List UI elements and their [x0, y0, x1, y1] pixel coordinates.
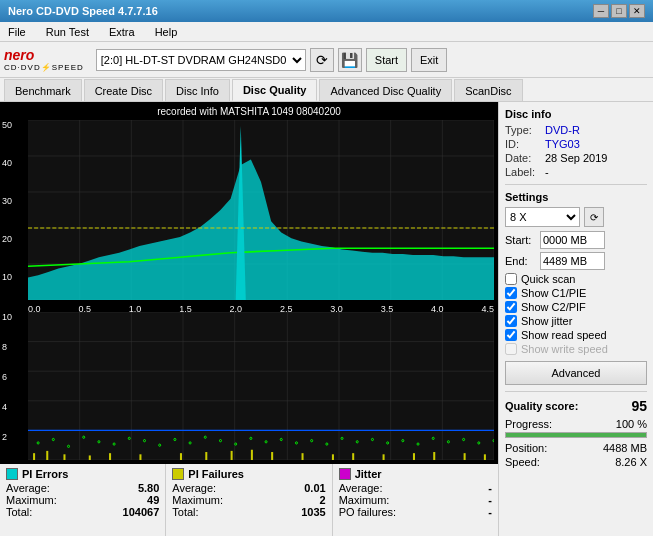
pi-failures-label: PI Failures	[188, 468, 244, 480]
start-button[interactable]: Start	[366, 48, 407, 72]
maximize-button[interactable]: □	[611, 4, 627, 18]
tab-disc-quality[interactable]: Disc Quality	[232, 79, 318, 101]
svg-rect-49	[383, 454, 385, 460]
svg-rect-53	[484, 454, 486, 460]
disc-label-value: -	[545, 166, 549, 178]
pi-errors-max-row: Maximum: 49	[6, 494, 159, 506]
pi-failures-color	[172, 468, 184, 480]
show-c1-row: Show C1/PIE	[505, 287, 647, 299]
jitter-label: Jitter	[355, 468, 382, 480]
jitter-max-row: Maximum: -	[339, 494, 492, 506]
svg-rect-42	[205, 452, 207, 460]
speed-row-result: Speed: 8.26 X	[505, 456, 647, 468]
pi-failures-stats: PI Failures Average: 0.01 Maximum: 2 Tot…	[166, 464, 332, 536]
show-c2-checkbox[interactable]	[505, 301, 517, 313]
show-c1-checkbox[interactable]	[505, 287, 517, 299]
main-content: recorded with MATSHITA 1049 08040200 50 …	[0, 102, 653, 536]
svg-rect-50	[413, 453, 415, 460]
tab-disc-info[interactable]: Disc Info	[165, 79, 230, 101]
window-controls: ─ □ ✕	[593, 4, 645, 18]
disc-label-row: Label: -	[505, 166, 647, 178]
disc-type-value: DVD-R	[545, 124, 580, 136]
end-row: End: 4489 MB	[505, 252, 647, 270]
chart-area: recorded with MATSHITA 1049 08040200 50 …	[0, 102, 498, 536]
nero-logo: nero CD·DVD⚡SPEED	[4, 47, 84, 72]
jitter-stats: Jitter Average: - Maximum: - PO failures…	[333, 464, 498, 536]
settings-title: Settings	[505, 191, 647, 203]
svg-rect-39	[109, 453, 111, 460]
progress-bar	[506, 433, 646, 437]
position-row: Position: 4488 MB	[505, 442, 647, 454]
svg-rect-36	[46, 451, 48, 460]
svg-rect-46	[302, 453, 304, 460]
quick-scan-row: Quick scan	[505, 273, 647, 285]
bottom-chart-svg	[28, 312, 494, 460]
quality-score-value: 95	[631, 398, 647, 414]
title-bar: Nero CD-DVD Speed 4.7.7.16 ─ □ ✕	[0, 0, 653, 22]
svg-rect-45	[271, 452, 273, 460]
menu-run-test[interactable]: Run Test	[42, 24, 93, 40]
pi-failures-avg-row: Average: 0.01	[172, 482, 325, 494]
y-axis-left-bottom: 10 8 6 4 2	[2, 312, 12, 442]
show-read-speed-checkbox[interactable]	[505, 329, 517, 341]
top-chart-svg	[28, 120, 494, 300]
chart-title: recorded with MATSHITA 1049 08040200	[157, 106, 341, 117]
save-icon[interactable]: 💾	[338, 48, 362, 72]
pi-errors-stats: PI Errors Average: 5.80 Maximum: 49 Tota…	[0, 464, 166, 536]
start-input[interactable]: 0000 MB	[540, 231, 605, 249]
disc-id-value: TYG03	[545, 138, 580, 150]
show-write-speed-checkbox	[505, 343, 517, 355]
quality-score-section: Quality score: 95	[505, 398, 647, 414]
show-c2-row: Show C2/PIF	[505, 301, 647, 313]
pi-failures-total-row: Total: 1035	[172, 506, 325, 518]
speed-row: 8 X ⟳	[505, 207, 647, 227]
pi-errors-avg-row: Average: 5.80	[6, 482, 159, 494]
tab-scandisc[interactable]: ScanDisc	[454, 79, 522, 101]
tab-bar: Benchmark Create Disc Disc Info Disc Qua…	[0, 78, 653, 102]
end-input[interactable]: 4489 MB	[540, 252, 605, 270]
disc-date-value: 28 Sep 2019	[545, 152, 607, 164]
svg-rect-38	[89, 455, 91, 460]
top-chart-container: 50 40 30 20 10 20 16 8 4	[28, 120, 494, 300]
svg-rect-41	[180, 453, 182, 460]
disc-info-title: Disc info	[505, 108, 647, 120]
show-jitter-row: Show jitter	[505, 315, 647, 327]
y-axis-left-top: 50 40 30 20 10	[2, 120, 12, 282]
show-read-speed-row: Show read speed	[505, 329, 647, 341]
advanced-button[interactable]: Advanced	[505, 361, 647, 385]
divider-1	[505, 184, 647, 185]
bottom-chart-container: 10 8 6 4 2 10 8 6 4 2	[28, 312, 494, 460]
divider-2	[505, 391, 647, 392]
progress-bar-container	[505, 432, 647, 438]
quality-score-label: Quality score:	[505, 400, 578, 412]
stats-bar: PI Errors Average: 5.80 Maximum: 49 Tota…	[0, 464, 498, 536]
tab-create-disc[interactable]: Create Disc	[84, 79, 163, 101]
jitter-avg-row: Average: -	[339, 482, 492, 494]
right-panel: Disc info Type: DVD-R ID: TYG03 Date: 28…	[498, 102, 653, 536]
tab-benchmark[interactable]: Benchmark	[4, 79, 82, 101]
show-jitter-checkbox[interactable]	[505, 315, 517, 327]
disc-type-row: Type: DVD-R	[505, 124, 647, 136]
quick-scan-checkbox[interactable]	[505, 273, 517, 285]
speed-selector[interactable]: 8 X	[505, 207, 580, 227]
refresh-icon[interactable]: ⟳	[310, 48, 334, 72]
drive-selector[interactable]: [2:0] HL-DT-ST DVDRAM GH24NSD0 LH00	[96, 49, 306, 71]
svg-rect-52	[464, 453, 466, 460]
close-button[interactable]: ✕	[629, 4, 645, 18]
toolbar: nero CD·DVD⚡SPEED [2:0] HL-DT-ST DVDRAM …	[0, 42, 653, 78]
progress-row: Progress: 100 %	[505, 418, 647, 430]
menu-file[interactable]: File	[4, 24, 30, 40]
svg-rect-35	[33, 453, 35, 460]
exit-button[interactable]: Exit	[411, 48, 447, 72]
disc-date-row: Date: 28 Sep 2019	[505, 152, 647, 164]
tab-advanced-disc-quality[interactable]: Advanced Disc Quality	[319, 79, 452, 101]
menu-extra[interactable]: Extra	[105, 24, 139, 40]
svg-rect-51	[433, 452, 435, 460]
svg-rect-48	[352, 453, 354, 460]
minimize-button[interactable]: ─	[593, 4, 609, 18]
pi-errors-total-row: Total: 104067	[6, 506, 159, 518]
app-title: Nero CD-DVD Speed 4.7.7.16	[8, 5, 158, 17]
svg-rect-44	[251, 450, 253, 460]
menu-help[interactable]: Help	[151, 24, 182, 40]
settings-refresh-icon[interactable]: ⟳	[584, 207, 604, 227]
